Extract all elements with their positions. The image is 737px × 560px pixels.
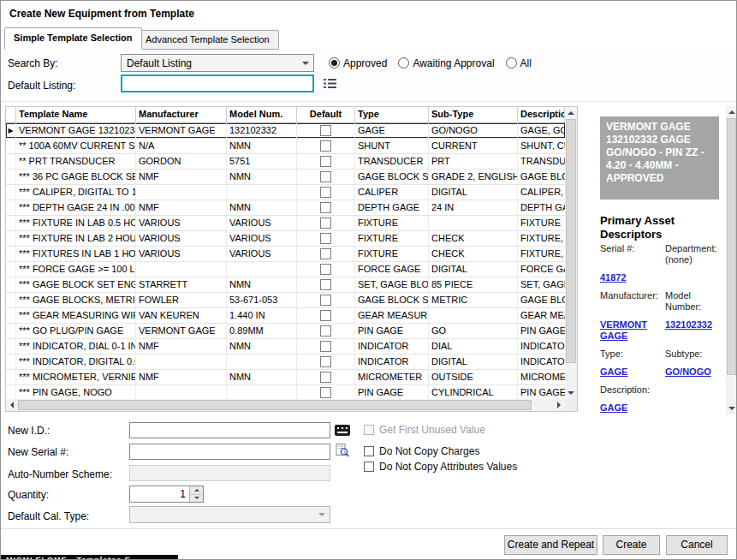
down-arrow-icon <box>194 497 199 499</box>
table-row[interactable]: *** FIXTURE IN LAB 2 HOURVARIOUSVARIOUSF… <box>6 231 565 247</box>
department-value: (none) <box>665 254 722 265</box>
new-id-input[interactable] <box>129 422 330 438</box>
table-row[interactable]: *** INDICATOR, DIGITAL 0.0001INDICATORDI… <box>6 354 565 370</box>
subtype-value-link[interactable]: GO/NOGO <box>665 366 722 378</box>
default-cal-type-label: Default Cal. Type: <box>8 510 89 522</box>
spin-down-button[interactable] <box>189 494 203 503</box>
cell-default <box>297 123 355 138</box>
default-checkbox[interactable] <box>320 279 331 290</box>
default-checkbox[interactable] <box>320 156 331 167</box>
row-selector-cell <box>6 216 16 230</box>
header-model-num[interactable]: Model Num. <box>227 107 297 122</box>
default-checkbox[interactable] <box>320 125 331 136</box>
default-checkbox[interactable] <box>320 171 331 182</box>
panel-scroll-down-button[interactable] <box>726 402 737 414</box>
description-value-link[interactable]: GAGE <box>600 402 662 414</box>
table-row[interactable]: *** GEAR MEASURING WIRESVAN KEUREN1.440 … <box>6 308 565 324</box>
horizontal-scroll-thumb[interactable] <box>18 400 532 410</box>
default-checkbox[interactable] <box>320 372 331 383</box>
spin-up-button[interactable] <box>189 486 203 494</box>
default-checkbox[interactable] <box>320 356 331 367</box>
table-horizontal-scrollbar[interactable] <box>6 399 565 411</box>
tab-advanced-template-selection[interactable]: Advanced Template Selection <box>136 30 279 50</box>
serial-lookup-button[interactable] <box>334 443 351 458</box>
panel-scroll-thumb[interactable] <box>727 118 736 375</box>
table-row[interactable]: *** GAGE BLOCKS, METRICFOWLER53-671-053G… <box>6 293 565 308</box>
header-template-name[interactable]: Template Name <box>16 107 136 122</box>
header-type[interactable]: Type <box>355 107 429 122</box>
do-not-copy-attributes-checkbox[interactable]: Do Not Copy Attributes Values <box>364 461 517 473</box>
default-checkbox[interactable] <box>320 140 331 152</box>
header-description[interactable]: Description <box>518 107 565 122</box>
default-checkbox[interactable] <box>320 217 331 229</box>
new-serial-input[interactable] <box>129 444 330 460</box>
default-checkbox[interactable] <box>320 202 331 213</box>
default-checkbox[interactable] <box>320 264 331 275</box>
table-row[interactable]: ** 100A 60MV CURRENT SHUNTN/ANMNSHUNTCUR… <box>6 139 565 154</box>
cell-type: GAGE <box>355 123 429 138</box>
table-row[interactable]: *** GAGE BLOCK SET ENGLISHSTARRETTNMNSET… <box>6 277 565 293</box>
search-by-label: Search By: <box>8 57 58 69</box>
manufacturer-value-link[interactable]: VERMONT GAGE <box>600 319 662 342</box>
asset-panel-scrollbar[interactable] <box>726 106 737 414</box>
default-checkbox[interactable] <box>320 233 331 244</box>
vertical-scroll-thumb[interactable] <box>566 119 576 363</box>
radio-all[interactable]: All <box>506 57 532 69</box>
default-checkbox[interactable] <box>320 310 331 321</box>
right-arrow-icon <box>557 402 561 408</box>
cell-default <box>297 370 355 384</box>
tab-simple-template-selection[interactable]: Simple Template Selection <box>4 27 142 50</box>
model-number-value-link[interactable]: 132102332 <box>665 319 722 331</box>
default-checkbox[interactable] <box>320 325 331 337</box>
default-checkbox[interactable] <box>320 341 331 352</box>
header-default[interactable]: Default <box>297 107 355 122</box>
create-button[interactable]: Create <box>603 535 660 555</box>
cell-model-num <box>227 262 297 277</box>
table-row[interactable]: ** PRT TRANSDUCERGORDON5751TRANSDUCERPRT… <box>6 154 565 170</box>
default-checkbox[interactable] <box>320 387 331 398</box>
dropdown-arrow-icon <box>298 55 313 71</box>
default-checkbox[interactable] <box>320 248 331 259</box>
do-not-copy-charges-checkbox[interactable]: Do Not Copy Charges <box>364 445 479 457</box>
new-id-generator-button[interactable] <box>334 422 351 438</box>
table-row[interactable]: *** FORCE GAGE >= 100 LBFORCE GAGEDIGITA… <box>6 262 565 277</box>
cell-default <box>297 185 355 200</box>
table-row[interactable]: ▶VERMONT GAGE 132102332VERMONT GAGE13210… <box>6 123 565 139</box>
table-row[interactable]: *** 36 PC GAGE BLOCK SETNMFNMNGAGE BLOCK… <box>6 170 565 185</box>
header-manufacturer[interactable]: Manufacturer <box>136 107 227 122</box>
scroll-left-button[interactable] <box>6 399 18 411</box>
table-row[interactable]: *** MICROMETER, VERNIERNMFNMNMICROMETERO… <box>6 370 565 385</box>
radio-approved[interactable]: Approved <box>329 57 387 69</box>
cell-model-num: VARIOUS <box>227 231 297 246</box>
table-vertical-scrollbar[interactable] <box>565 107 577 399</box>
quantity-stepper[interactable] <box>129 486 204 503</box>
scroll-down-button[interactable] <box>565 387 577 399</box>
radio-awaiting-approval[interactable]: Awaiting Approval <box>398 57 494 69</box>
cell-template-name: *** GO PLUG/PIN GAGE <box>16 324 136 338</box>
table-row[interactable]: *** CALIPER, DIGITAL TO 18 INCALIPERDIGI… <box>6 185 565 200</box>
panel-scroll-up-button[interactable] <box>726 106 737 118</box>
search-by-dropdown[interactable]: Default Listing <box>121 54 314 72</box>
auto-number-scheme-label: Auto-Number Scheme: <box>8 468 112 480</box>
table-row[interactable]: *** GO PLUG/PIN GAGEVERMONT GAGE0.89MMPI… <box>6 324 565 339</box>
type-value-link[interactable]: GAGE <box>600 366 662 378</box>
listing-browse-button[interactable] <box>321 76 338 91</box>
left-arrow-icon <box>10 402 14 408</box>
scroll-right-button[interactable] <box>553 399 565 411</box>
get-first-unused-checkbox[interactable]: Get First Unused Value <box>364 424 485 436</box>
default-listing-input[interactable] <box>121 74 314 92</box>
default-checkbox[interactable] <box>320 295 331 306</box>
cell-default <box>297 277 355 292</box>
table-row[interactable]: *** DEPTH GAGE 24 IN .001NMFNMNDEPTH GAG… <box>6 200 565 216</box>
scroll-up-button[interactable] <box>565 107 577 119</box>
table-row[interactable]: *** INDICATOR, DIAL 0-1 INNMFNMNINDICATO… <box>6 339 565 354</box>
create-and-repeat-button[interactable]: Create and Repeat <box>504 535 597 555</box>
default-checkbox[interactable] <box>320 187 331 198</box>
header-sub-type[interactable]: Sub-Type <box>429 107 518 122</box>
table-row[interactable]: *** FIXTURE IN LAB 0.5 HOURVARIOUSVARIOU… <box>6 216 565 231</box>
cancel-button[interactable]: Cancel <box>666 535 728 555</box>
serial-value-link[interactable]: 41872 <box>600 272 662 283</box>
new-serial-label: New Serial #: <box>8 446 68 458</box>
cell-description: INDICATOR, DIAL <box>518 339 565 354</box>
table-row[interactable]: *** FIXTURES IN LAB 1 HOURVARIOUSVARIOUS… <box>6 247 565 262</box>
